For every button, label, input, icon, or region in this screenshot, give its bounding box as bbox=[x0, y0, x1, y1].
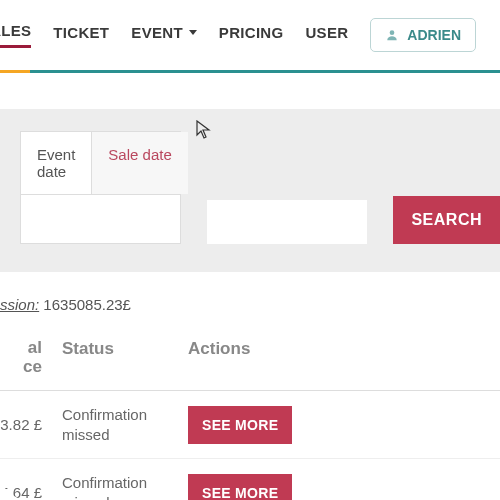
header-divider bbox=[0, 70, 500, 73]
cell-actions: SEE MORE bbox=[180, 406, 310, 444]
user-icon bbox=[385, 28, 399, 42]
sales-table: al ce Status Actions 3.82 £ Confirmation… bbox=[0, 323, 500, 500]
cell-actions: SEE MORE bbox=[180, 474, 310, 500]
table-row: 3.82 £ Confirmation missed SEE MORE bbox=[0, 391, 500, 459]
tab-sale-date[interactable]: Sale date bbox=[91, 132, 187, 194]
table-header: al ce Status Actions bbox=[0, 323, 500, 391]
cell-status: Confirmation missed bbox=[50, 473, 180, 500]
nav-sales[interactable]: SALES bbox=[0, 22, 31, 48]
nav-pricing[interactable]: PRICING bbox=[219, 24, 284, 47]
cell-price: 5.64 £ bbox=[0, 484, 50, 500]
summary-label: ssion: bbox=[0, 296, 39, 313]
filter-input[interactable] bbox=[207, 200, 367, 244]
nav-user[interactable]: USER bbox=[305, 24, 348, 47]
filter-panel: Event date Sale date SEARCH bbox=[0, 109, 500, 272]
svg-point-0 bbox=[390, 30, 395, 35]
th-actions: Actions bbox=[180, 339, 310, 376]
cell-price: 3.82 £ bbox=[0, 416, 50, 433]
see-more-button[interactable]: SEE MORE bbox=[188, 474, 292, 500]
summary-value: 1635085.23£ bbox=[43, 296, 131, 313]
commission-summary: ssion: 1635085.23£ bbox=[0, 272, 500, 323]
see-more-button[interactable]: SEE MORE bbox=[188, 406, 292, 444]
date-input-area[interactable] bbox=[21, 195, 180, 243]
top-nav: SALES TICKET EVENT PRICING USER ADRIEN bbox=[0, 0, 500, 62]
nav-event-label: EVENT bbox=[131, 24, 183, 41]
th-status: Status bbox=[50, 339, 180, 376]
tab-event-date[interactable]: Event date bbox=[21, 132, 91, 194]
search-button[interactable]: SEARCH bbox=[393, 196, 500, 244]
date-tabs: Event date Sale date bbox=[20, 131, 181, 244]
nav-event[interactable]: EVENT bbox=[131, 24, 197, 47]
user-name: ADRIEN bbox=[407, 27, 461, 43]
table-row: 5.64 £ Confirmation missed SEE MORE bbox=[0, 459, 500, 500]
th-price: al ce bbox=[0, 339, 50, 376]
chevron-down-icon bbox=[189, 30, 197, 35]
user-menu[interactable]: ADRIEN bbox=[370, 18, 476, 52]
nav-ticket[interactable]: TICKET bbox=[53, 24, 109, 47]
cell-status: Confirmation missed bbox=[50, 405, 180, 444]
